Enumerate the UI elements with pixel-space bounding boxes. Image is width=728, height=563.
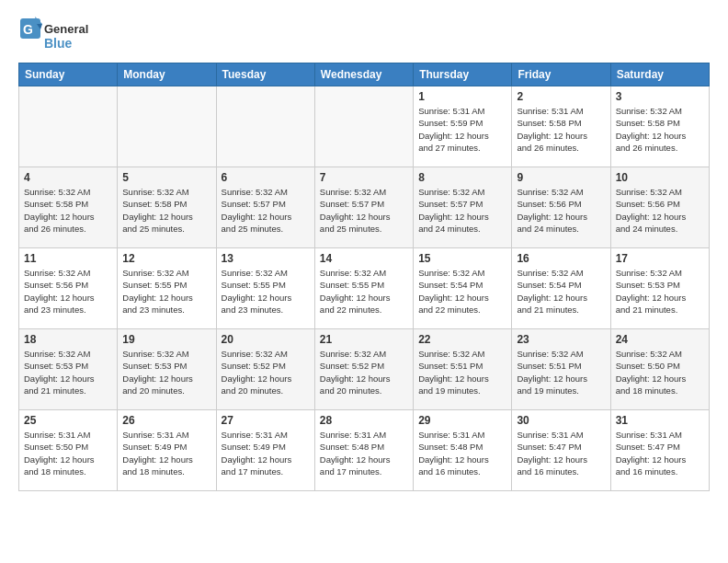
logo: General Blue G <box>18 15 92 55</box>
day-number: 10 <box>616 171 704 184</box>
day-info: Sunrise: 5:32 AMSunset: 5:56 PMDaylight:… <box>616 186 704 235</box>
calendar-cell: 9Sunrise: 5:32 AMSunset: 5:56 PMDaylight… <box>512 167 610 248</box>
day-info: Sunrise: 5:32 AMSunset: 5:54 PMDaylight:… <box>418 267 506 316</box>
day-info: Sunrise: 5:31 AMSunset: 5:58 PMDaylight:… <box>517 105 605 154</box>
calendar-cell: 2Sunrise: 5:31 AMSunset: 5:58 PMDaylight… <box>512 86 610 167</box>
day-number: 18 <box>24 333 112 346</box>
calendar-cell: 14Sunrise: 5:32 AMSunset: 5:55 PMDayligh… <box>314 248 413 329</box>
day-number: 24 <box>616 333 704 346</box>
day-number: 22 <box>418 333 506 346</box>
calendar-cell: 7Sunrise: 5:32 AMSunset: 5:57 PMDaylight… <box>314 167 413 248</box>
calendar-cell: 13Sunrise: 5:32 AMSunset: 5:55 PMDayligh… <box>216 248 314 329</box>
day-number: 26 <box>122 414 210 427</box>
calendar-cell: 26Sunrise: 5:31 AMSunset: 5:49 PMDayligh… <box>118 410 216 491</box>
calendar-week-row: 1Sunrise: 5:31 AMSunset: 5:59 PMDaylight… <box>19 86 710 167</box>
day-info: Sunrise: 5:32 AMSunset: 5:53 PMDaylight:… <box>122 348 210 396</box>
svg-text:General: General <box>44 22 88 36</box>
svg-text:Blue: Blue <box>44 36 73 51</box>
calendar-cell: 25Sunrise: 5:31 AMSunset: 5:50 PMDayligh… <box>19 410 118 491</box>
day-number: 6 <box>222 171 310 184</box>
calendar-cell: 6Sunrise: 5:32 AMSunset: 5:57 PMDaylight… <box>216 167 314 248</box>
day-number: 31 <box>616 414 704 427</box>
day-number: 11 <box>24 252 112 265</box>
day-number: 13 <box>222 252 310 265</box>
day-info: Sunrise: 5:31 AMSunset: 5:47 PMDaylight:… <box>517 429 605 477</box>
day-number: 12 <box>122 252 210 265</box>
weekday-header: Saturday <box>610 63 709 86</box>
day-info: Sunrise: 5:31 AMSunset: 5:48 PMDaylight:… <box>320 429 408 477</box>
calendar-cell: 16Sunrise: 5:32 AMSunset: 5:54 PMDayligh… <box>512 248 610 329</box>
calendar-cell: 21Sunrise: 5:32 AMSunset: 5:52 PMDayligh… <box>314 329 413 410</box>
calendar-cell <box>314 86 413 167</box>
day-number: 21 <box>320 333 408 346</box>
calendar-cell: 10Sunrise: 5:32 AMSunset: 5:56 PMDayligh… <box>610 167 709 248</box>
day-info: Sunrise: 5:31 AMSunset: 5:48 PMDaylight:… <box>418 429 506 477</box>
day-number: 4 <box>24 171 112 184</box>
day-info: Sunrise: 5:32 AMSunset: 5:55 PMDaylight:… <box>122 267 210 316</box>
day-info: Sunrise: 5:32 AMSunset: 5:57 PMDaylight:… <box>222 186 310 235</box>
calendar-cell: 5Sunrise: 5:32 AMSunset: 5:58 PMDaylight… <box>118 167 216 248</box>
day-info: Sunrise: 5:32 AMSunset: 5:54 PMDaylight:… <box>517 267 605 316</box>
calendar-cell: 3Sunrise: 5:32 AMSunset: 5:58 PMDaylight… <box>610 86 709 167</box>
calendar-cell: 31Sunrise: 5:31 AMSunset: 5:47 PMDayligh… <box>610 410 709 491</box>
calendar-cell: 12Sunrise: 5:32 AMSunset: 5:55 PMDayligh… <box>118 248 216 329</box>
day-number: 2 <box>517 90 605 103</box>
calendar-cell: 30Sunrise: 5:31 AMSunset: 5:47 PMDayligh… <box>512 410 610 491</box>
day-info: Sunrise: 5:32 AMSunset: 5:50 PMDaylight:… <box>616 348 704 396</box>
day-info: Sunrise: 5:32 AMSunset: 5:58 PMDaylight:… <box>616 105 704 154</box>
day-number: 16 <box>517 252 605 265</box>
day-info: Sunrise: 5:31 AMSunset: 5:50 PMDaylight:… <box>24 429 112 477</box>
weekday-header: Thursday <box>414 63 512 86</box>
calendar-cell: 8Sunrise: 5:32 AMSunset: 5:57 PMDaylight… <box>414 167 512 248</box>
day-number: 28 <box>320 414 408 427</box>
calendar-cell: 15Sunrise: 5:32 AMSunset: 5:54 PMDayligh… <box>414 248 512 329</box>
day-number: 8 <box>418 171 506 184</box>
day-info: Sunrise: 5:32 AMSunset: 5:57 PMDaylight:… <box>320 186 408 235</box>
calendar-cell: 24Sunrise: 5:32 AMSunset: 5:50 PMDayligh… <box>610 329 709 410</box>
calendar-cell <box>118 86 216 167</box>
day-number: 7 <box>320 171 408 184</box>
day-info: Sunrise: 5:32 AMSunset: 5:58 PMDaylight:… <box>122 186 210 235</box>
day-info: Sunrise: 5:31 AMSunset: 5:47 PMDaylight:… <box>616 429 704 477</box>
weekday-header: Wednesday <box>314 63 413 86</box>
day-info: Sunrise: 5:32 AMSunset: 5:53 PMDaylight:… <box>24 348 112 396</box>
weekday-header: Friday <box>512 63 610 86</box>
day-number: 14 <box>320 252 408 265</box>
weekday-header: Sunday <box>19 63 118 86</box>
day-info: Sunrise: 5:32 AMSunset: 5:58 PMDaylight:… <box>24 186 112 235</box>
calendar-cell: 18Sunrise: 5:32 AMSunset: 5:53 PMDayligh… <box>19 329 118 410</box>
day-info: Sunrise: 5:31 AMSunset: 5:49 PMDaylight:… <box>222 429 310 477</box>
calendar-cell <box>216 86 314 167</box>
day-number: 19 <box>122 333 210 346</box>
day-info: Sunrise: 5:31 AMSunset: 5:49 PMDaylight:… <box>122 429 210 477</box>
calendar-cell: 1Sunrise: 5:31 AMSunset: 5:59 PMDaylight… <box>414 86 512 167</box>
day-number: 29 <box>418 414 506 427</box>
calendar-cell: 22Sunrise: 5:32 AMSunset: 5:51 PMDayligh… <box>414 329 512 410</box>
day-info: Sunrise: 5:32 AMSunset: 5:56 PMDaylight:… <box>517 186 605 235</box>
weekday-header: Tuesday <box>216 63 314 86</box>
calendar-cell: 11Sunrise: 5:32 AMSunset: 5:56 PMDayligh… <box>19 248 118 329</box>
calendar-week-row: 18Sunrise: 5:32 AMSunset: 5:53 PMDayligh… <box>19 329 710 410</box>
day-info: Sunrise: 5:31 AMSunset: 5:59 PMDaylight:… <box>418 105 506 154</box>
calendar-cell: 20Sunrise: 5:32 AMSunset: 5:52 PMDayligh… <box>216 329 314 410</box>
day-number: 23 <box>517 333 605 346</box>
svg-text:G: G <box>23 22 33 37</box>
day-number: 9 <box>517 171 605 184</box>
day-number: 25 <box>24 414 112 427</box>
calendar-cell: 28Sunrise: 5:31 AMSunset: 5:48 PMDayligh… <box>314 410 413 491</box>
calendar-week-row: 25Sunrise: 5:31 AMSunset: 5:50 PMDayligh… <box>19 410 710 491</box>
calendar-cell: 19Sunrise: 5:32 AMSunset: 5:53 PMDayligh… <box>118 329 216 410</box>
page-header: General Blue G <box>18 15 710 55</box>
day-info: Sunrise: 5:32 AMSunset: 5:55 PMDaylight:… <box>320 267 408 316</box>
day-number: 30 <box>517 414 605 427</box>
calendar-cell: 23Sunrise: 5:32 AMSunset: 5:51 PMDayligh… <box>512 329 610 410</box>
calendar-week-row: 11Sunrise: 5:32 AMSunset: 5:56 PMDayligh… <box>19 248 710 329</box>
day-info: Sunrise: 5:32 AMSunset: 5:51 PMDaylight:… <box>418 348 506 396</box>
day-number: 17 <box>616 252 704 265</box>
calendar-table: SundayMondayTuesdayWednesdayThursdayFrid… <box>18 63 710 491</box>
day-info: Sunrise: 5:32 AMSunset: 5:56 PMDaylight:… <box>24 267 112 316</box>
day-number: 20 <box>222 333 310 346</box>
day-number: 1 <box>418 90 506 103</box>
day-number: 3 <box>616 90 704 103</box>
day-number: 27 <box>222 414 310 427</box>
